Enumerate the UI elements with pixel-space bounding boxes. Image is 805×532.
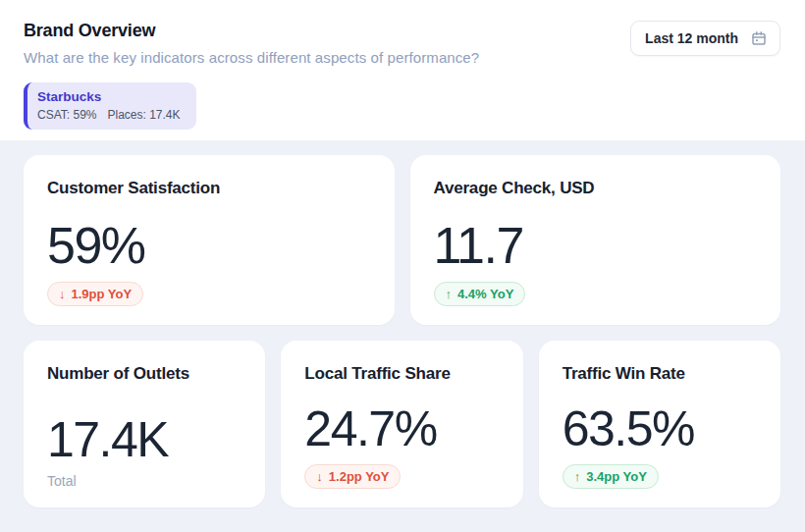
page-subtitle: What are the key indicators across diffe… (24, 49, 479, 66)
kpi-title: Traffic Win Rate (563, 364, 757, 384)
arrow-up-icon: ↑ (446, 287, 453, 301)
page-header: Brand Overview What are the key indicato… (0, 0, 805, 140)
kpi-value: 24.7% (304, 404, 499, 453)
kpi-card-number-of-outlets: Number of Outlets 17.4K Total (24, 341, 265, 507)
brand-stats: CSAT: 59% Places: 17.4K (37, 107, 181, 123)
yoy-change-badge: ↓ 1.2pp YoY (304, 464, 401, 489)
kpi-value: 59% (47, 220, 371, 271)
date-range-label: Last 12 month (645, 30, 738, 46)
page-title: Brand Overview (24, 21, 479, 41)
brand-name: Starbucks (37, 88, 181, 105)
date-range-button[interactable]: Last 12 month (630, 21, 780, 56)
kpi-card-local-traffic-share: Local Traffic Share 24.7% ↓ 1.2pp YoY (281, 341, 522, 507)
header-text: Brand Overview What are the key indicato… (24, 21, 479, 66)
yoy-change-badge: ↑ 3.4pp YoY (563, 464, 659, 489)
yoy-change-label: 1.9pp YoY (72, 287, 133, 301)
kpi-value: 11.7 (434, 220, 758, 271)
kpi-value: 63.5% (563, 404, 757, 453)
arrow-up-icon: ↑ (574, 469, 581, 484)
calendar-icon (750, 29, 768, 47)
kpi-card-customer-satisfaction: Customer Satisfaction 59% ↓ 1.9pp YoY (24, 155, 395, 325)
kpi-footnote: Total (47, 473, 242, 489)
kpi-title: Number of Outlets (47, 364, 242, 384)
kpi-card-traffic-win-rate: Traffic Win Rate 63.5% ↑ 3.4pp YoY (539, 341, 780, 507)
brand-chip-starbucks[interactable]: Starbucks CSAT: 59% Places: 17.4K (24, 82, 196, 130)
yoy-change-label: 3.4pp YoY (586, 469, 647, 484)
kpi-title: Average Check, USD (434, 179, 758, 198)
yoy-change-badge: ↓ 1.9pp YoY (47, 282, 143, 306)
kpi-row-top: Customer Satisfaction 59% ↓ 1.9pp YoY Av… (24, 155, 780, 325)
arrow-down-icon: ↓ (59, 287, 66, 301)
kpi-title: Local Traffic Share (304, 364, 499, 384)
brand-places: Places: 17.4K (107, 107, 180, 123)
brand-csat: CSAT: 59% (37, 107, 96, 123)
yoy-change-badge: ↑ 4.4% YoY (434, 282, 526, 306)
kpi-title: Customer Satisfaction (47, 179, 371, 198)
kpi-value: 17.4K (47, 415, 242, 464)
kpi-grid: Customer Satisfaction 59% ↓ 1.9pp YoY Av… (0, 140, 805, 532)
arrow-down-icon: ↓ (316, 469, 323, 484)
kpi-row-bottom: Number of Outlets 17.4K Total Local Traf… (24, 341, 780, 507)
yoy-change-label: 1.2pp YoY (329, 469, 390, 484)
brand-overview-page: Brand Overview What are the key indicato… (0, 0, 805, 532)
kpi-card-average-check: Average Check, USD 11.7 ↑ 4.4% YoY (410, 155, 781, 325)
yoy-change-label: 4.4% YoY (457, 287, 513, 301)
